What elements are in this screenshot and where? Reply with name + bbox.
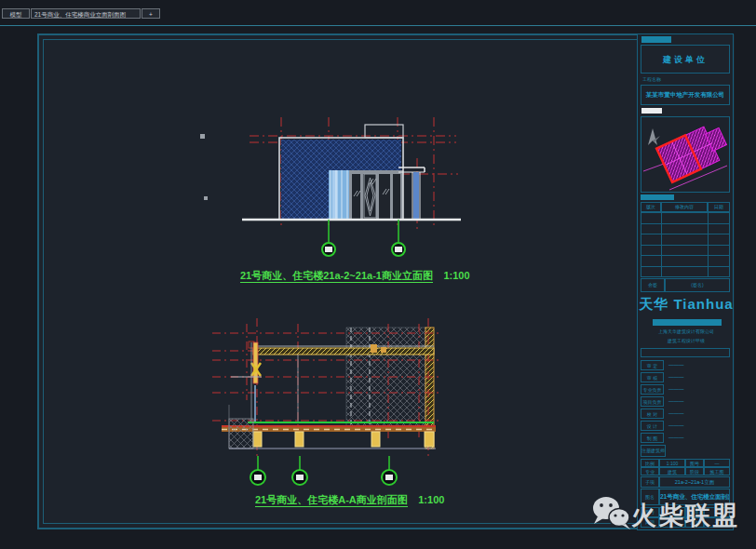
elevation-drawing[interactable] bbox=[177, 112, 475, 288]
subitem-label: 子项 bbox=[641, 476, 659, 488]
meta-row: 专业 建筑 阶段 施工图 bbox=[641, 467, 730, 475]
foundation-hatch bbox=[229, 419, 253, 449]
tab-model[interactable]: 模型 bbox=[2, 8, 30, 19]
registrar-label: 注册建筑师 bbox=[641, 445, 666, 457]
subitem-row: 子项 21a-2~21a-1立面 bbox=[641, 476, 730, 488]
revision-col-2: 修改内容 bbox=[661, 202, 708, 212]
wechat-icon bbox=[592, 496, 631, 535]
revision-col-3: 日期 bbox=[708, 202, 730, 212]
stamp-chip bbox=[641, 108, 662, 114]
client-label: 建设单位 bbox=[641, 45, 730, 74]
legend-chip bbox=[641, 194, 674, 200]
field-row: 制 图 ——— bbox=[638, 432, 735, 444]
institute-name: 上海天华建筑设计有限公司 bbox=[638, 328, 735, 334]
section-drawing[interactable] bbox=[205, 316, 456, 493]
sign-row: 会签 (签名) bbox=[641, 278, 730, 292]
field-row: 审 核 ——— bbox=[638, 371, 735, 383]
north-arrow-icon bbox=[648, 128, 660, 145]
client-name: 某某市置中地产开发有限公司 bbox=[641, 85, 730, 105]
elevation-scale: 1:100 bbox=[443, 270, 469, 281]
revision-col-1: 版次 bbox=[641, 202, 661, 212]
grid-bubbles bbox=[250, 456, 397, 485]
tab-current-drawing[interactable]: 21号商业、住宅楼商业立面剖面图 bbox=[31, 8, 141, 19]
certificate-line: 建筑工程设计甲级 bbox=[638, 338, 735, 343]
field-row: 专业负责人 ——— bbox=[638, 383, 735, 395]
watermark-text: 火柴联盟 bbox=[631, 499, 739, 532]
cad-application-window: 模型 21号商业、住宅楼商业立面剖面图 + bbox=[0, 0, 756, 549]
sign-value: (签名) bbox=[665, 278, 730, 292]
title-block: 建设单位 工程名称 某某市置中地产开发有限公司 bbox=[637, 33, 734, 530]
level-marks bbox=[200, 134, 208, 200]
meta-row: 比例 1:100 图号 — bbox=[641, 459, 730, 467]
elevation-title-text: 21号商业、住宅楼21a-2~21a-1商业立面图 bbox=[240, 270, 433, 283]
field-row: 项目负责人 ——— bbox=[638, 395, 735, 408]
revision-header: 版次 修改内容 日期 bbox=[641, 202, 730, 212]
logo-bar bbox=[653, 319, 722, 326]
section-title: 21号商业、住宅楼A-A商业剖面图 1:100 bbox=[255, 490, 444, 507]
section-title-text: 21号商业、住宅楼A-A商业剖面图 bbox=[255, 494, 408, 507]
section-scale: 1:100 bbox=[418, 494, 444, 505]
keymap bbox=[641, 117, 729, 192]
grid-bubbles bbox=[322, 220, 405, 256]
footings bbox=[253, 432, 434, 447]
keymap-site-plan bbox=[656, 121, 729, 182]
titleblock-tab-chip bbox=[641, 36, 671, 43]
toolbar-separator bbox=[0, 25, 756, 26]
watermark: 火柴联盟 bbox=[592, 496, 739, 535]
project-label: 工程名称 bbox=[642, 75, 730, 84]
subitem-value: 21a-2~21a-1立面 bbox=[659, 476, 730, 488]
keymap-panel bbox=[641, 116, 730, 193]
field-row: 审 定 ——— bbox=[638, 359, 735, 371]
field-row: 校 对 ——— bbox=[638, 408, 735, 420]
elevation-title: 21号商业、住宅楼21a-2~21a-1商业立面图 1:100 bbox=[240, 266, 470, 283]
sign-label: 会签 bbox=[641, 278, 665, 292]
blank-bar bbox=[641, 348, 730, 357]
elevation-building bbox=[242, 125, 461, 220]
new-tab-button[interactable]: + bbox=[142, 8, 160, 19]
tianhua-logo: 天华 Tianhua bbox=[638, 296, 735, 314]
drawing-tab-bar: 模型 21号商业、住宅楼商业立面剖面图 + bbox=[2, 8, 161, 20]
field-row: 设 计 ——— bbox=[638, 420, 735, 432]
revision-grid bbox=[641, 212, 730, 277]
